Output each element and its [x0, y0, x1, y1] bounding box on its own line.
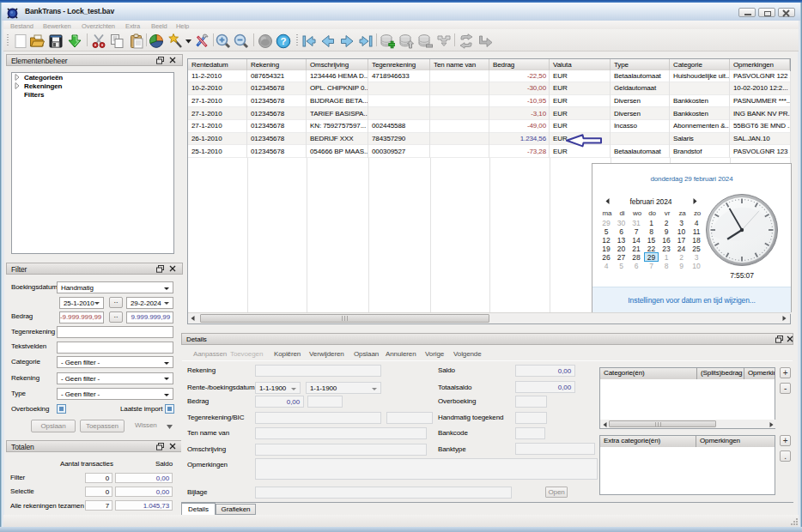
svg-text:?: ? [281, 36, 287, 46]
